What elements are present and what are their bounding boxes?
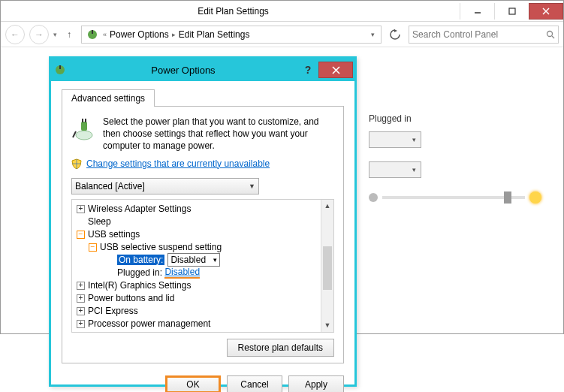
back-button[interactable]: ←: [5, 25, 25, 44]
settings-tree: +Wireless Adapter Settings Sleep −USB se…: [71, 199, 334, 333]
maximize-button[interactable]: [494, 3, 529, 20]
plugged-in-label: Plugged in:: [117, 267, 162, 278]
dialog-close-button[interactable]: [318, 62, 353, 78]
help-button[interactable]: ?: [297, 64, 318, 76]
svg-rect-14: [81, 122, 87, 131]
svg-line-8: [552, 36, 554, 38]
svg-rect-10: [59, 65, 61, 69]
tab-strip: Advanced settings: [62, 89, 344, 106]
close-button[interactable]: [529, 3, 563, 20]
refresh-button[interactable]: [386, 26, 404, 44]
plugged-in-value[interactable]: Disabled: [164, 267, 200, 279]
collapse-icon[interactable]: −: [89, 243, 97, 252]
tree-item-processor-power[interactable]: +Processor power management: [72, 318, 321, 330]
tree-item-plugged-in[interactable]: Plugged in: Disabled: [72, 267, 321, 279]
expand-icon[interactable]: +: [77, 282, 85, 290]
tree-item-sleep[interactable]: Sleep: [72, 216, 321, 228]
up-button[interactable]: ↑: [62, 27, 77, 42]
tab-panel: Select the power plan that you want to c…: [62, 106, 344, 363]
dialog-title-bar: Power Options ?: [51, 59, 354, 81]
forward-button[interactable]: →: [29, 25, 49, 44]
power-plan-icon: [71, 116, 97, 143]
ok-button[interactable]: OK: [165, 375, 221, 392]
uac-link[interactable]: Change settings that are currently unava…: [86, 158, 270, 169]
tree-item-power-buttons[interactable]: +Power buttons and lid: [72, 292, 321, 305]
tree-item-usb-selective-suspend[interactable]: −USB selective suspend setting: [72, 241, 321, 254]
expand-icon[interactable]: +: [77, 205, 85, 213]
chevron-right-icon: ▸: [172, 31, 176, 38]
chevron-down-icon: ▾: [213, 256, 217, 264]
plan-select-value: Balanced [Active]: [75, 181, 145, 191]
recent-chevron-icon[interactable]: ▾: [53, 31, 57, 38]
tab-advanced-settings[interactable]: Advanced settings: [62, 89, 155, 107]
restore-defaults-button[interactable]: Restore plan defaults: [227, 339, 334, 357]
svg-rect-5: [92, 30, 93, 34]
plan-select[interactable]: Balanced [Active] ▼: [71, 178, 259, 194]
cancel-button[interactable]: Cancel: [227, 375, 282, 392]
breadcrumb-chevron-icon[interactable]: ▾: [371, 31, 375, 38]
search-icon: [546, 30, 555, 39]
scroll-up-button[interactable]: ▲: [321, 200, 333, 213]
breadcrumb[interactable]: « Power Options ▸ Edit Plan Settings ▾: [81, 26, 382, 44]
brightness-slider[interactable]: [369, 191, 541, 204]
chevron-icon: «: [103, 31, 107, 38]
on-battery-combo[interactable]: Disabled▾: [167, 253, 220, 267]
tree-scrollbar[interactable]: ▲ ▼: [321, 200, 333, 332]
expand-icon[interactable]: +: [77, 307, 85, 315]
tree-item-pci-express[interactable]: +PCI Express: [72, 305, 321, 318]
svg-point-13: [76, 131, 92, 140]
background-combo-1[interactable]: [369, 131, 421, 148]
crumb-edit-plan[interactable]: Edit Plan Settings: [179, 29, 250, 40]
svg-rect-15: [82, 119, 83, 122]
brightness-low-icon: [369, 193, 378, 202]
dialog-title: Power Options: [69, 65, 297, 76]
power-options-dialog: Power Options ? Advanced settings Select…: [49, 56, 357, 387]
search-placeholder: Search Control Panel: [412, 29, 498, 40]
svg-marker-6: [394, 29, 397, 32]
window-title: Edit Plan Settings: [7, 6, 460, 17]
svg-rect-16: [85, 119, 86, 122]
tree-item-usb-settings[interactable]: −USB settings: [72, 228, 321, 241]
scroll-down-button[interactable]: ▼: [321, 319, 333, 332]
minimize-button[interactable]: [460, 3, 494, 20]
search-input[interactable]: Search Control Panel: [409, 26, 559, 44]
chevron-down-icon: ▼: [249, 182, 255, 190]
apply-button[interactable]: Apply: [288, 375, 344, 392]
dialog-app-icon: [51, 64, 69, 76]
power-plug-icon: [85, 27, 100, 42]
crumb-power-options[interactable]: Power Options: [110, 29, 169, 40]
tree-item-intel-graphics[interactable]: +Intel(R) Graphics Settings: [72, 279, 321, 292]
nav-bar: ← → ▾ ↑ « Power Options ▸ Edit Plan Sett…: [1, 22, 563, 47]
background-combo-2[interactable]: [369, 161, 421, 178]
brightness-high-icon: [529, 191, 541, 204]
tree-item-wireless[interactable]: +Wireless Adapter Settings: [72, 203, 321, 216]
column-plugged-in: Plugged in: [369, 113, 541, 124]
svg-point-7: [547, 31, 553, 36]
slider-thumb[interactable]: [504, 191, 511, 204]
on-battery-label: On battery:: [117, 255, 164, 265]
background-content: Plugged in: [369, 113, 541, 204]
tree-item-on-battery[interactable]: On battery: Disabled▾: [72, 254, 321, 267]
scroll-thumb[interactable]: [323, 246, 332, 290]
expand-icon[interactable]: +: [77, 320, 85, 328]
expand-icon[interactable]: +: [77, 294, 85, 303]
collapse-icon[interactable]: −: [77, 231, 85, 239]
intro-text: Select the power plan that you want to c…: [103, 116, 334, 152]
title-bar: Edit Plan Settings: [1, 1, 563, 22]
shield-icon: [71, 158, 82, 169]
svg-rect-1: [509, 8, 515, 14]
